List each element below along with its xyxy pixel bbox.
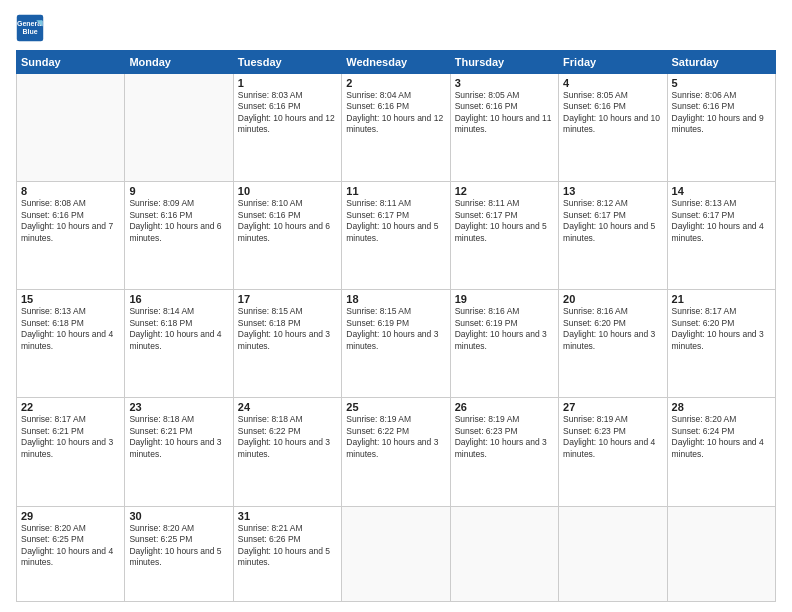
day-info: Sunrise: 8:14 AM Sunset: 6:18 PM Dayligh…: [129, 306, 228, 352]
calendar-cell: 27Sunrise: 8:19 AM Sunset: 6:23 PM Dayli…: [559, 398, 667, 506]
calendar-cell: 25Sunrise: 8:19 AM Sunset: 6:22 PM Dayli…: [342, 398, 450, 506]
calendar-cell: [342, 506, 450, 601]
calendar-cell: 5Sunrise: 8:06 AM Sunset: 6:16 PM Daylig…: [667, 74, 775, 182]
day-number: 16: [129, 293, 228, 305]
calendar-cell: 13Sunrise: 8:12 AM Sunset: 6:17 PM Dayli…: [559, 182, 667, 290]
day-number: 4: [563, 77, 662, 89]
calendar-cell: 8Sunrise: 8:08 AM Sunset: 6:16 PM Daylig…: [17, 182, 125, 290]
calendar-cell: 24Sunrise: 8:18 AM Sunset: 6:22 PM Dayli…: [233, 398, 341, 506]
day-number: 21: [672, 293, 771, 305]
day-info: Sunrise: 8:13 AM Sunset: 6:17 PM Dayligh…: [672, 198, 771, 244]
calendar-cell: 21Sunrise: 8:17 AM Sunset: 6:20 PM Dayli…: [667, 290, 775, 398]
logo-icon: General Blue: [16, 14, 44, 42]
header-monday: Monday: [125, 51, 233, 74]
day-info: Sunrise: 8:05 AM Sunset: 6:16 PM Dayligh…: [455, 90, 554, 136]
calendar-week-row: 22Sunrise: 8:17 AM Sunset: 6:21 PM Dayli…: [17, 398, 776, 506]
day-number: 18: [346, 293, 445, 305]
day-number: 27: [563, 401, 662, 413]
day-info: Sunrise: 8:17 AM Sunset: 6:21 PM Dayligh…: [21, 414, 120, 460]
calendar-cell: 12Sunrise: 8:11 AM Sunset: 6:17 PM Dayli…: [450, 182, 558, 290]
day-info: Sunrise: 8:15 AM Sunset: 6:18 PM Dayligh…: [238, 306, 337, 352]
day-info: Sunrise: 8:17 AM Sunset: 6:20 PM Dayligh…: [672, 306, 771, 352]
day-info: Sunrise: 8:04 AM Sunset: 6:16 PM Dayligh…: [346, 90, 445, 136]
day-number: 9: [129, 185, 228, 197]
day-info: Sunrise: 8:20 AM Sunset: 6:25 PM Dayligh…: [129, 523, 228, 569]
day-info: Sunrise: 8:15 AM Sunset: 6:19 PM Dayligh…: [346, 306, 445, 352]
day-number: 12: [455, 185, 554, 197]
day-number: 8: [21, 185, 120, 197]
calendar-week-row: 15Sunrise: 8:13 AM Sunset: 6:18 PM Dayli…: [17, 290, 776, 398]
day-info: Sunrise: 8:09 AM Sunset: 6:16 PM Dayligh…: [129, 198, 228, 244]
day-info: Sunrise: 8:12 AM Sunset: 6:17 PM Dayligh…: [563, 198, 662, 244]
calendar-cell: 3Sunrise: 8:05 AM Sunset: 6:16 PM Daylig…: [450, 74, 558, 182]
day-number: 28: [672, 401, 771, 413]
calendar-cell: 11Sunrise: 8:11 AM Sunset: 6:17 PM Dayli…: [342, 182, 450, 290]
day-number: 10: [238, 185, 337, 197]
calendar-table: SundayMondayTuesdayWednesdayThursdayFrid…: [16, 50, 776, 602]
calendar-cell: 29Sunrise: 8:20 AM Sunset: 6:25 PM Dayli…: [17, 506, 125, 601]
calendar-cell: 23Sunrise: 8:18 AM Sunset: 6:21 PM Dayli…: [125, 398, 233, 506]
day-info: Sunrise: 8:03 AM Sunset: 6:16 PM Dayligh…: [238, 90, 337, 136]
calendar-cell: 28Sunrise: 8:20 AM Sunset: 6:24 PM Dayli…: [667, 398, 775, 506]
calendar-cell: 10Sunrise: 8:10 AM Sunset: 6:16 PM Dayli…: [233, 182, 341, 290]
day-number: 29: [21, 510, 120, 522]
svg-text:Blue: Blue: [22, 28, 37, 35]
day-number: 30: [129, 510, 228, 522]
day-number: 24: [238, 401, 337, 413]
page-header: General Blue: [16, 14, 776, 42]
day-info: Sunrise: 8:16 AM Sunset: 6:20 PM Dayligh…: [563, 306, 662, 352]
day-number: 31: [238, 510, 337, 522]
calendar-header-row: SundayMondayTuesdayWednesdayThursdayFrid…: [17, 51, 776, 74]
calendar-cell: 30Sunrise: 8:20 AM Sunset: 6:25 PM Dayli…: [125, 506, 233, 601]
day-number: 2: [346, 77, 445, 89]
day-info: Sunrise: 8:18 AM Sunset: 6:22 PM Dayligh…: [238, 414, 337, 460]
logo: General Blue: [16, 14, 44, 42]
day-info: Sunrise: 8:19 AM Sunset: 6:22 PM Dayligh…: [346, 414, 445, 460]
calendar-cell: [450, 506, 558, 601]
header-friday: Friday: [559, 51, 667, 74]
header-tuesday: Tuesday: [233, 51, 341, 74]
calendar-cell: 19Sunrise: 8:16 AM Sunset: 6:19 PM Dayli…: [450, 290, 558, 398]
calendar-cell: 9Sunrise: 8:09 AM Sunset: 6:16 PM Daylig…: [125, 182, 233, 290]
calendar-week-row: 1Sunrise: 8:03 AM Sunset: 6:16 PM Daylig…: [17, 74, 776, 182]
calendar-cell: [17, 74, 125, 182]
day-number: 17: [238, 293, 337, 305]
calendar-cell: 22Sunrise: 8:17 AM Sunset: 6:21 PM Dayli…: [17, 398, 125, 506]
day-info: Sunrise: 8:19 AM Sunset: 6:23 PM Dayligh…: [563, 414, 662, 460]
day-number: 1: [238, 77, 337, 89]
day-info: Sunrise: 8:21 AM Sunset: 6:26 PM Dayligh…: [238, 523, 337, 569]
day-info: Sunrise: 8:11 AM Sunset: 6:17 PM Dayligh…: [455, 198, 554, 244]
header-wednesday: Wednesday: [342, 51, 450, 74]
calendar-cell: 31Sunrise: 8:21 AM Sunset: 6:26 PM Dayli…: [233, 506, 341, 601]
day-number: 19: [455, 293, 554, 305]
day-number: 5: [672, 77, 771, 89]
calendar-cell: [667, 506, 775, 601]
calendar-cell: 4Sunrise: 8:05 AM Sunset: 6:16 PM Daylig…: [559, 74, 667, 182]
day-number: 3: [455, 77, 554, 89]
day-info: Sunrise: 8:16 AM Sunset: 6:19 PM Dayligh…: [455, 306, 554, 352]
day-info: Sunrise: 8:18 AM Sunset: 6:21 PM Dayligh…: [129, 414, 228, 460]
day-info: Sunrise: 8:11 AM Sunset: 6:17 PM Dayligh…: [346, 198, 445, 244]
calendar-cell: [559, 506, 667, 601]
calendar-cell: 20Sunrise: 8:16 AM Sunset: 6:20 PM Dayli…: [559, 290, 667, 398]
calendar-cell: 26Sunrise: 8:19 AM Sunset: 6:23 PM Dayli…: [450, 398, 558, 506]
calendar-cell: 14Sunrise: 8:13 AM Sunset: 6:17 PM Dayli…: [667, 182, 775, 290]
day-number: 23: [129, 401, 228, 413]
calendar-page: General Blue SundayMondayTuesdayWednesda…: [0, 0, 792, 612]
day-number: 14: [672, 185, 771, 197]
header-sunday: Sunday: [17, 51, 125, 74]
day-number: 22: [21, 401, 120, 413]
header-saturday: Saturday: [667, 51, 775, 74]
day-number: 13: [563, 185, 662, 197]
calendar-cell: 17Sunrise: 8:15 AM Sunset: 6:18 PM Dayli…: [233, 290, 341, 398]
day-info: Sunrise: 8:06 AM Sunset: 6:16 PM Dayligh…: [672, 90, 771, 136]
day-info: Sunrise: 8:10 AM Sunset: 6:16 PM Dayligh…: [238, 198, 337, 244]
day-info: Sunrise: 8:08 AM Sunset: 6:16 PM Dayligh…: [21, 198, 120, 244]
calendar-week-row: 29Sunrise: 8:20 AM Sunset: 6:25 PM Dayli…: [17, 506, 776, 601]
day-info: Sunrise: 8:20 AM Sunset: 6:24 PM Dayligh…: [672, 414, 771, 460]
calendar-cell: 1Sunrise: 8:03 AM Sunset: 6:16 PM Daylig…: [233, 74, 341, 182]
day-number: 15: [21, 293, 120, 305]
calendar-week-row: 8Sunrise: 8:08 AM Sunset: 6:16 PM Daylig…: [17, 182, 776, 290]
day-info: Sunrise: 8:20 AM Sunset: 6:25 PM Dayligh…: [21, 523, 120, 569]
calendar-cell: 18Sunrise: 8:15 AM Sunset: 6:19 PM Dayli…: [342, 290, 450, 398]
